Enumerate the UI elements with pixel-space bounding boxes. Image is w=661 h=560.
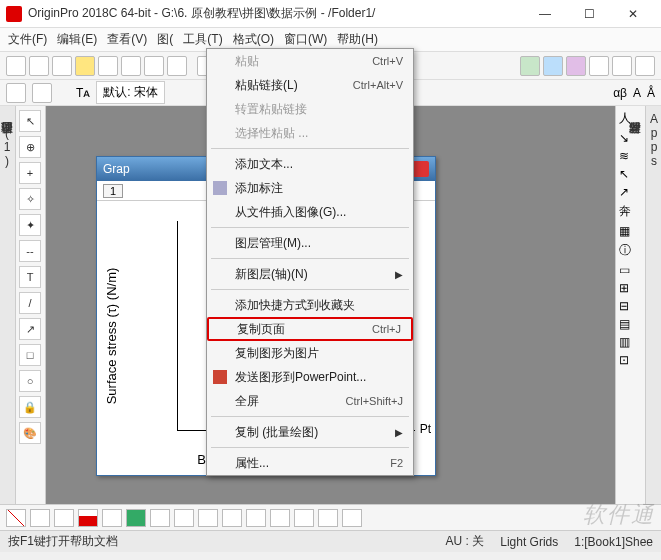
- menu-item-19[interactable]: 复制 (批量绘图)▶: [207, 420, 413, 444]
- menu-item-3: 选择性粘贴 ...: [207, 121, 413, 145]
- new-graph-icon[interactable]: [98, 56, 118, 76]
- new-layout-icon[interactable]: [144, 56, 164, 76]
- new-folder-icon[interactable]: [29, 56, 49, 76]
- column-plot-icon[interactable]: [78, 509, 98, 527]
- tool-left-4[interactable]: ✦: [19, 214, 41, 236]
- statusbar: 按F1键打开帮助文档 AU : 关 Light Grids 1:[Book1]S…: [0, 530, 661, 552]
- new-notes-icon[interactable]: [167, 56, 187, 76]
- tool-left-2[interactable]: +: [19, 162, 41, 184]
- pie-plot-icon[interactable]: [150, 509, 170, 527]
- menu-item-label: 图层管理(M)...: [235, 235, 311, 252]
- stat-plot-icon[interactable]: [222, 509, 242, 527]
- tool-left-6[interactable]: T: [19, 266, 41, 288]
- area-plot-icon[interactable]: [126, 509, 146, 527]
- menu-item-6[interactable]: 添加标注: [207, 176, 413, 200]
- tool-left-3[interactable]: ✧: [19, 188, 41, 210]
- tool-left-11[interactable]: 🔒: [19, 396, 41, 418]
- stock-plot-icon[interactable]: [294, 509, 314, 527]
- graph-title: Grap: [103, 162, 130, 176]
- tool-left-7[interactable]: /: [19, 292, 41, 314]
- vector-plot-icon[interactable]: [318, 509, 338, 527]
- status-au[interactable]: AU : 关: [446, 533, 485, 550]
- tool-left-8[interactable]: ↗: [19, 318, 41, 340]
- menu-item-14[interactable]: 复制页面Ctrl+J: [207, 317, 413, 341]
- box-plot-icon[interactable]: [246, 509, 266, 527]
- menu-view[interactable]: 查看(V): [107, 31, 147, 48]
- sidetab-objmgr[interactable]: 对象管理器: [626, 112, 643, 504]
- menu-item-15[interactable]: 复制图形为图片: [207, 341, 413, 365]
- tool-left-10[interactable]: ○: [19, 370, 41, 392]
- new-workbook-icon[interactable]: [52, 56, 72, 76]
- minimize-button[interactable]: —: [523, 1, 567, 27]
- menu-separator: [211, 416, 409, 417]
- status-grid[interactable]: Light Grids: [500, 535, 558, 549]
- menu-item-label: 复制页面: [237, 321, 285, 338]
- dup-icon[interactable]: [635, 56, 655, 76]
- sidetab-apps[interactable]: Apps: [647, 112, 661, 504]
- tool-left-12[interactable]: 🎨: [19, 422, 41, 444]
- import-icon[interactable]: [520, 56, 540, 76]
- menu-separator: [211, 258, 409, 259]
- point-label: Pt: [420, 422, 431, 436]
- menu-item-17[interactable]: 全屏Ctrl+Shift+J: [207, 389, 413, 413]
- sidetab-project[interactable]: 项目管理器 (1): [0, 112, 15, 504]
- menu-item-16[interactable]: 发送图形到PowerPoint...: [207, 365, 413, 389]
- accent-icon[interactable]: Å: [647, 86, 655, 100]
- bar-plot-icon[interactable]: [102, 509, 122, 527]
- refresh-icon[interactable]: [612, 56, 632, 76]
- surface-plot-icon[interactable]: [198, 509, 218, 527]
- status-sheet[interactable]: 1:[Book1]Shee: [574, 535, 653, 549]
- image-plot-icon[interactable]: [342, 509, 362, 527]
- linescatter-plot-icon[interactable]: [54, 509, 74, 527]
- menu-item-0: 粘贴Ctrl+V: [207, 49, 413, 73]
- text-tool-icon[interactable]: Tᴀ: [76, 86, 90, 100]
- menu-shortcut: Ctrl+Shift+J: [346, 395, 403, 407]
- menu-item-21[interactable]: 属性...F2: [207, 451, 413, 475]
- menu-item-label: 选择性粘贴 ...: [235, 125, 308, 142]
- font-name[interactable]: 默认: 宋体: [96, 81, 165, 104]
- menu-file[interactable]: 文件(F): [8, 31, 47, 48]
- tool-left-9[interactable]: □: [19, 344, 41, 366]
- menu-format[interactable]: 格式(O): [233, 31, 274, 48]
- menu-item-11[interactable]: 新图层(轴)(N)▶: [207, 262, 413, 286]
- menu-shortcut: Ctrl+J: [372, 323, 401, 335]
- tool-palette-left: ↖⊕+✧✦--T/↗□○🔒🎨: [16, 106, 46, 504]
- export-icon[interactable]: [543, 56, 563, 76]
- menu-item-7[interactable]: 从文件插入图像(G)...: [207, 200, 413, 224]
- tool-left-0[interactable]: ↖: [19, 110, 41, 132]
- menu-tools[interactable]: 工具(T): [183, 31, 222, 48]
- undo-icon[interactable]: [6, 83, 26, 103]
- menu-graph[interactable]: 图(: [157, 31, 173, 48]
- redo-icon[interactable]: [32, 83, 52, 103]
- caps-icon[interactable]: A: [633, 86, 641, 100]
- new-project-icon[interactable]: [6, 56, 26, 76]
- new-excel-icon[interactable]: [75, 56, 95, 76]
- menu-item-label: 添加标注: [235, 180, 283, 197]
- window-title: OriginPro 2018C 64-bit - G:\6. 原创教程\拼图\数…: [28, 5, 523, 22]
- menu-item-13[interactable]: 添加快捷方式到收藏夹: [207, 293, 413, 317]
- menu-window[interactable]: 窗口(W): [284, 31, 327, 48]
- menu-item-9[interactable]: 图层管理(M)...: [207, 231, 413, 255]
- contour-plot-icon[interactable]: [270, 509, 290, 527]
- tool-left-1[interactable]: ⊕: [19, 136, 41, 158]
- menu-edit[interactable]: 编辑(E): [57, 31, 97, 48]
- flag-icon: [213, 181, 227, 195]
- menu-item-1[interactable]: 粘贴链接(L)Ctrl+Alt+V: [207, 73, 413, 97]
- greek-icon[interactable]: αβ: [613, 86, 627, 100]
- tool-left-5[interactable]: --: [19, 240, 41, 262]
- maximize-button[interactable]: ☐: [567, 1, 611, 27]
- submenu-arrow-icon: ▶: [395, 269, 403, 280]
- line-plot-icon[interactable]: [6, 509, 26, 527]
- menu-help[interactable]: 帮助(H): [337, 31, 378, 48]
- app-icon: [6, 6, 22, 22]
- new-matrix-icon[interactable]: [121, 56, 141, 76]
- graph-layer-tab[interactable]: 1: [103, 184, 123, 198]
- dialog-icon[interactable]: [566, 56, 586, 76]
- print-icon[interactable]: [589, 56, 609, 76]
- scatter-plot-icon[interactable]: [30, 509, 50, 527]
- menu-item-label: 粘贴: [235, 53, 259, 70]
- menu-item-5[interactable]: 添加文本...: [207, 152, 413, 176]
- close-button[interactable]: ✕: [611, 1, 655, 27]
- sidebar-left-labels: 项目管理器 (1) 快速帮助 消息日志 提示日志 (1): [0, 106, 16, 504]
- 3d-plot-icon[interactable]: [174, 509, 194, 527]
